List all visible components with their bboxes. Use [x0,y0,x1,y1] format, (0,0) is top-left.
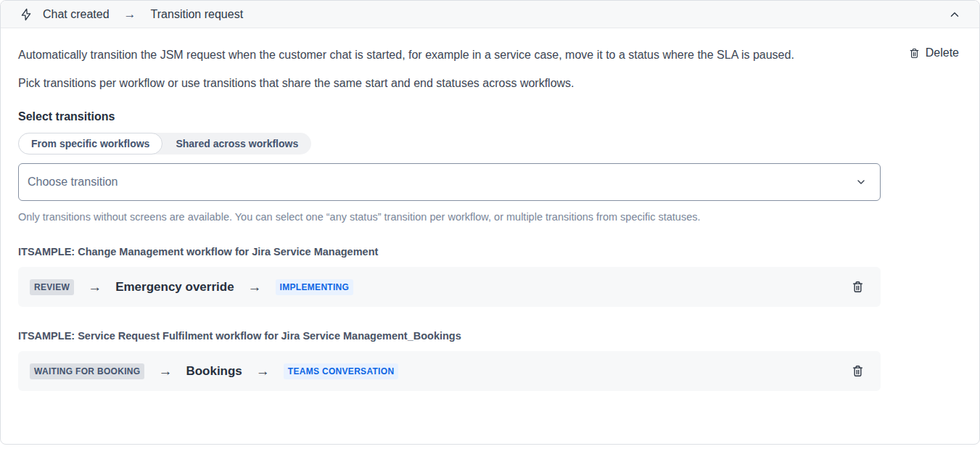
arrow-right-icon: → [248,279,262,295]
chevron-up-icon [948,8,961,21]
action-label: Transition request [151,8,243,21]
delete-label: Delete [926,46,959,59]
rule-sub-description: Pick transitions per workflow or use tra… [18,75,959,92]
collapse-button[interactable] [946,6,963,23]
transition-name: Bookings [186,364,242,379]
dropdown-helper-text: Only transitions without screens are ava… [18,211,959,223]
transition-row: REVIEW → Emergency override → IMPLEMENTI… [18,267,881,307]
workflow-title: ITSAMPLE: Change Management workflow for… [18,246,959,258]
to-status-badge: IMPLEMENTING [276,279,354,295]
trigger-label: Chat created [43,8,110,21]
chevron-down-icon [855,176,867,188]
to-status-badge: TEAMS CONVERSATION [284,363,399,379]
remove-transition-button[interactable] [851,280,865,294]
delete-rule-button[interactable]: Delete [908,46,959,59]
transition-name: Emergency override [115,280,234,294]
choose-transition-placeholder: Choose transition [28,176,118,189]
automation-rule-card: Chat created → Transition request Automa… [0,0,980,445]
from-status-badge: WAITING FOR BOOKING [30,363,144,379]
arrow-right-icon: → [88,279,102,295]
rule-description: Automatically transition the JSM request… [18,44,874,65]
arrow-right-icon: → [256,363,270,379]
arrow-right-icon: → [120,7,141,22]
rule-header: Chat created → Transition request [1,1,979,28]
transition-row: WAITING FOR BOOKING → Bookings → TEAMS C… [18,351,881,391]
choose-transition-select[interactable]: Choose transition [18,163,881,201]
zap-icon [20,8,33,21]
tab-from-specific-workflows[interactable]: From specific workflows [18,133,162,155]
from-status-badge: REVIEW [30,279,74,295]
arrow-right-icon: → [158,363,172,379]
tab-shared-across-workflows[interactable]: Shared across workflows [162,133,311,155]
select-transitions-title: Select transitions [18,110,959,123]
workflow-mode-tabs: From specific workflows Shared across wo… [18,133,311,155]
rule-body: Automatically transition the JSM request… [1,28,979,391]
remove-transition-button[interactable] [851,364,865,378]
workflow-title: ITSAMPLE: Service Request Fulfilment wor… [18,330,959,342]
trash-icon [908,47,921,59]
trash-icon [851,280,865,294]
trash-icon [851,364,865,378]
